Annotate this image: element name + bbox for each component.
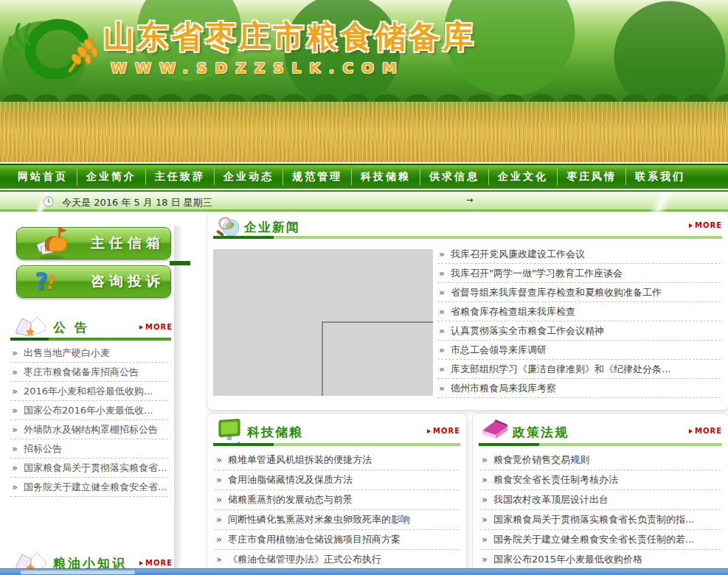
tech-item[interactable]: 《粮油仓储管理办法》正式公布执行 <box>215 550 459 570</box>
nav-item-tech-storage[interactable]: 科技储粮 <box>351 169 420 185</box>
news-list: 我库召开党风廉政建设工作会议 我库召开"两学一做"学习教育工作座谈会 省督导组来… <box>437 245 721 398</box>
notice-list: 出售当地产硬白小麦 枣庄市粮食储备库招商公告 2016年小麦和稻谷最低收购...… <box>10 344 168 497</box>
policy-more-link[interactable]: MORE <box>689 427 722 435</box>
news-more-link[interactable]: MORE <box>689 221 722 229</box>
news-rule <box>213 236 722 239</box>
site-url: WWW.SDZZSLK.COM <box>111 59 405 77</box>
tech-item[interactable]: 食用油脂储藏情况及保质方法 <box>215 470 459 490</box>
nav-item-zaozhuang-scenery[interactable]: 枣庄风情 <box>557 169 625 185</box>
policy-book-icon <box>480 418 510 446</box>
tech-rule <box>213 443 460 446</box>
notice-item[interactable]: 国家粮食局关于贯彻落实粮食省... <box>10 459 168 478</box>
horizontal-scrollbar-thumb[interactable] <box>21 571 135 574</box>
consult-complaint-label: 咨询投诉 <box>91 272 164 291</box>
tech-item[interactable]: 枣庄市食用植物油仓储设施项目招商方案 <box>215 530 459 550</box>
more-arrow-icon <box>139 325 143 330</box>
notice-item[interactable]: 外墙防水及钢结构罩棚招标公告 <box>10 420 168 439</box>
tech-more-link[interactable]: MORE <box>427 427 460 435</box>
question-mark-icon: ?! <box>35 265 70 299</box>
director-mailbox-label: 主任信箱 <box>91 234 164 253</box>
policy-rule <box>479 443 722 446</box>
more-arrow-icon <box>689 429 693 433</box>
policy-item[interactable]: 粮食竞价销售交易规则 <box>480 450 721 470</box>
notice-rule <box>10 338 171 341</box>
banner-wheat-field <box>0 102 728 162</box>
policy-item[interactable]: 粮食安全省长责任制考核办法 <box>480 470 721 490</box>
nav-item-home[interactable]: 网站首页 <box>9 169 77 185</box>
policy-item[interactable]: 国家粮食局关于贯彻落实粮食省长负责制的指... <box>480 510 721 530</box>
sidebar-shadow <box>174 226 183 569</box>
nav-item-director-speech[interactable]: 主任致辞 <box>145 169 214 185</box>
policy-item[interactable]: 国务院关于建立健全粮食安全省长责任制的若... <box>480 530 721 550</box>
news-title: 企业新闻 <box>244 219 300 236</box>
nav-item-company-news[interactable]: 企业动态 <box>214 169 282 185</box>
horizontal-scrollbar[interactable] <box>0 568 728 575</box>
knowledge-more-link[interactable]: MORE <box>139 559 173 567</box>
director-mailbox-button[interactable]: 主任信箱 <box>16 227 171 259</box>
news-section: 企业新闻 MORE 我库召开党风廉政建设工作会议 我库召开"两学一做"学习教育工… <box>207 212 728 411</box>
tech-list: 粮堆单管通风机组拆装的便捷方法 食用油脂储藏情况及保质方法 储粮熏蒸剂的发展动态… <box>215 450 459 575</box>
sidebar-tab-decoration <box>170 261 190 265</box>
notice-section-header: 公 告 MORE <box>10 316 174 341</box>
clock-icon <box>43 196 54 210</box>
policy-section: 政策法规 MORE 粮食竞价销售交易规则 粮食安全省长责任制考核办法 我国农村改… <box>472 413 728 575</box>
news-item[interactable]: 认真贯彻落实全市粮食工作会议精神 <box>437 321 721 341</box>
policy-title: 政策法规 <box>513 424 569 441</box>
site-logo-icon[interactable] <box>7 15 102 86</box>
nav-item-culture[interactable]: 企业文化 <box>488 169 557 185</box>
news-item[interactable]: 我库召开党风廉政建设工作会议 <box>437 245 721 264</box>
news-item[interactable]: 市总工会领导来库调研 <box>437 341 721 360</box>
more-arrow-icon <box>139 561 143 565</box>
notice-item[interactable]: 招标公告 <box>10 439 168 459</box>
notice-item[interactable]: 国家公布2016年小麦最低收... <box>10 401 168 420</box>
date-text: 今天是 2016 年 5 月 18 日 星期三 <box>62 196 212 209</box>
nav-item-about[interactable]: 企业简介 <box>77 169 145 185</box>
news-item[interactable]: 库支部组织学习《廉洁自律准则》和《纪律处分条... <box>437 360 721 379</box>
notice-item[interactable]: 2016年小麦和稻谷最低收购... <box>10 382 168 401</box>
banner-photo: 山东省枣庄市粮食储备库 WWW.SDZZSLK.COM <box>0 0 728 162</box>
mailbox-icon <box>35 226 70 260</box>
notice-item[interactable]: 国务院关于建立健全粮食安全省... <box>10 478 168 497</box>
news-item[interactable]: 我库召开"两学一做"学习教育工作座谈会 <box>437 264 721 283</box>
more-arrow-icon <box>689 223 693 228</box>
site-title: 山东省枣庄市粮食储备库 <box>103 16 476 58</box>
consult-complaint-button[interactable]: ?! 咨询投诉 <box>16 265 171 298</box>
more-arrow-icon <box>427 429 431 433</box>
notice-item[interactable]: 出售当地产硬白小麦 <box>10 344 168 363</box>
news-item[interactable]: 省督导组来我库督查库存检查和夏粮收购准备工作 <box>437 283 721 302</box>
policy-list: 粮食竞价销售交易规则 粮食安全省长责任制考核办法 我国农村改革顶层设计出台 国家… <box>480 450 721 575</box>
tech-item[interactable]: 储粮熏蒸剂的发展动态与前景 <box>215 490 459 510</box>
main-nav: 网站首页 企业简介 主任致辞 企业动态 规范管理 科技储粮 供求信息 企业文化 … <box>0 164 728 189</box>
page: 山东省枣庄市粮食储备库 WWW.SDZZSLK.COM 网站首页 企业简介 主任… <box>0 0 728 575</box>
nav-item-supply-demand[interactable]: 供求信息 <box>420 169 488 185</box>
tech-title: 科技储粮 <box>247 424 303 441</box>
news-photo-placeholder <box>213 249 433 396</box>
sidebar: 主任信箱 ?! 咨询投诉 公 告 MORE <box>0 214 184 575</box>
policy-item[interactable]: 国家公布2015年小麦最低收购价格 <box>480 550 721 570</box>
tech-item[interactable]: 间断性磷化氢熏蒸对米象虫卵致死率的影响 <box>215 510 459 530</box>
notice-item[interactable]: 枣庄市粮食储备库招商公告 <box>10 363 168 382</box>
photo-inner-frame <box>322 321 433 396</box>
marquee-arrow-icon: → <box>466 195 473 205</box>
date-bar: 今天是 2016 年 5 月 18 日 星期三 → <box>0 190 728 212</box>
news-item[interactable]: 省粮食库存检查组来我库检查 <box>437 302 721 321</box>
news-item[interactable]: 德州市粮食局来我库考察 <box>437 379 721 398</box>
nav-item-regulation[interactable]: 规范管理 <box>282 169 351 185</box>
notice-more-link[interactable]: MORE <box>139 323 173 331</box>
tech-item[interactable]: 粮堆单管通风机组拆装的便捷方法 <box>215 450 459 470</box>
nav-item-contact[interactable]: 联系我们 <box>625 169 694 185</box>
policy-item[interactable]: 我国农村改革顶层设计出台 <box>480 490 721 510</box>
notice-title: 公 告 <box>53 319 89 336</box>
tech-section: 科技储粮 MORE 粮堆单管通风机组拆装的便捷方法 食用油脂储藏情况及保质方法 … <box>207 413 467 575</box>
